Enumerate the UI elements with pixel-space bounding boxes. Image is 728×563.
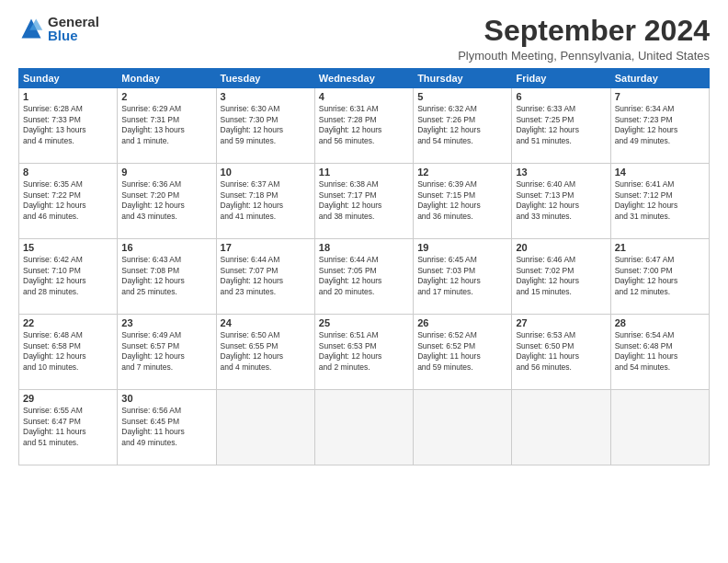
day-number: 12 xyxy=(417,167,507,178)
day-number: 19 xyxy=(417,242,507,253)
day-number: 17 xyxy=(221,242,311,253)
calendar-cell: 17Sunrise: 6:44 AM Sunset: 7:07 PM Dayli… xyxy=(216,239,314,315)
col-sunday: Sunday xyxy=(19,69,118,88)
day-info: Sunrise: 6:44 AM Sunset: 7:07 PM Dayligh… xyxy=(221,255,311,297)
day-number: 22 xyxy=(23,317,113,328)
page: General Blue September 2024 Plymouth Mee… xyxy=(0,0,728,563)
day-number: 20 xyxy=(516,242,606,253)
day-info: Sunrise: 6:55 AM Sunset: 6:47 PM Dayligh… xyxy=(23,406,113,448)
day-info: Sunrise: 6:46 AM Sunset: 7:02 PM Dayligh… xyxy=(516,255,606,297)
day-info: Sunrise: 6:41 AM Sunset: 7:12 PM Dayligh… xyxy=(615,179,705,222)
day-number: 5 xyxy=(417,91,507,102)
day-info: Sunrise: 6:54 AM Sunset: 6:48 PM Dayligh… xyxy=(615,330,705,373)
calendar-cell: 7Sunrise: 6:34 AM Sunset: 7:23 PM Daylig… xyxy=(610,88,709,164)
location: Plymouth Meeting, Pennsylvania, United S… xyxy=(458,49,710,63)
calendar-cell: 2Sunrise: 6:29 AM Sunset: 7:31 PM Daylig… xyxy=(118,88,216,164)
calendar-cell: 16Sunrise: 6:43 AM Sunset: 7:08 PM Dayli… xyxy=(118,239,216,315)
calendar-cell: 25Sunrise: 6:51 AM Sunset: 6:53 PM Dayli… xyxy=(314,315,413,390)
day-info: Sunrise: 6:32 AM Sunset: 7:26 PM Dayligh… xyxy=(417,104,507,146)
day-number: 24 xyxy=(221,317,311,328)
day-number: 4 xyxy=(319,91,409,102)
calendar-cell: 8Sunrise: 6:35 AM Sunset: 7:22 PM Daylig… xyxy=(19,164,118,239)
day-number: 29 xyxy=(23,393,113,404)
calendar-body: 1Sunrise: 6:28 AM Sunset: 7:33 PM Daylig… xyxy=(19,88,710,465)
calendar-cell xyxy=(512,390,610,465)
calendar-week-1: 1Sunrise: 6:28 AM Sunset: 7:33 PM Daylig… xyxy=(19,88,710,164)
calendar-cell: 19Sunrise: 6:45 AM Sunset: 7:03 PM Dayli… xyxy=(414,239,512,315)
day-info: Sunrise: 6:40 AM Sunset: 7:13 PM Dayligh… xyxy=(516,179,606,222)
calendar-cell: 15Sunrise: 6:42 AM Sunset: 7:10 PM Dayli… xyxy=(19,239,118,315)
day-info: Sunrise: 6:39 AM Sunset: 7:15 PM Dayligh… xyxy=(417,179,507,222)
calendar-week-2: 8Sunrise: 6:35 AM Sunset: 7:22 PM Daylig… xyxy=(19,164,710,239)
calendar-cell: 5Sunrise: 6:32 AM Sunset: 7:26 PM Daylig… xyxy=(414,88,512,164)
day-number: 8 xyxy=(23,167,113,178)
day-number: 16 xyxy=(121,242,211,253)
calendar-cell: 6Sunrise: 6:33 AM Sunset: 7:25 PM Daylig… xyxy=(512,88,610,164)
day-info: Sunrise: 6:44 AM Sunset: 7:05 PM Dayligh… xyxy=(319,255,409,297)
col-wednesday: Wednesday xyxy=(314,69,413,88)
day-number: 30 xyxy=(121,393,211,404)
day-number: 7 xyxy=(615,91,705,102)
day-number: 25 xyxy=(319,317,409,328)
day-number: 11 xyxy=(319,167,409,178)
day-number: 18 xyxy=(319,242,409,253)
day-info: Sunrise: 6:36 AM Sunset: 7:20 PM Dayligh… xyxy=(121,179,211,222)
calendar-cell: 14Sunrise: 6:41 AM Sunset: 7:12 PM Dayli… xyxy=(610,164,709,239)
day-number: 23 xyxy=(121,317,211,328)
col-saturday: Saturday xyxy=(610,69,709,88)
logo-icon xyxy=(18,16,44,41)
logo: General Blue xyxy=(18,15,99,42)
header-row: Sunday Monday Tuesday Wednesday Thursday… xyxy=(19,69,710,88)
calendar-cell: 1Sunrise: 6:28 AM Sunset: 7:33 PM Daylig… xyxy=(19,88,118,164)
calendar-cell xyxy=(414,390,512,465)
title-block: September 2024 Plymouth Meeting, Pennsyl… xyxy=(458,15,710,63)
day-info: Sunrise: 6:34 AM Sunset: 7:23 PM Dayligh… xyxy=(615,104,705,146)
calendar-cell: 29Sunrise: 6:55 AM Sunset: 6:47 PM Dayli… xyxy=(19,390,118,465)
day-number: 15 xyxy=(23,242,113,253)
col-tuesday: Tuesday xyxy=(216,69,314,88)
calendar-cell: 28Sunrise: 6:54 AM Sunset: 6:48 PM Dayli… xyxy=(610,315,709,390)
day-info: Sunrise: 6:28 AM Sunset: 7:33 PM Dayligh… xyxy=(23,104,113,146)
calendar-cell: 13Sunrise: 6:40 AM Sunset: 7:13 PM Dayli… xyxy=(512,164,610,239)
day-number: 3 xyxy=(221,91,311,102)
calendar-cell: 9Sunrise: 6:36 AM Sunset: 7:20 PM Daylig… xyxy=(118,164,216,239)
calendar-cell: 18Sunrise: 6:44 AM Sunset: 7:05 PM Dayli… xyxy=(314,239,413,315)
day-info: Sunrise: 6:37 AM Sunset: 7:18 PM Dayligh… xyxy=(221,179,311,222)
calendar-cell: 3Sunrise: 6:30 AM Sunset: 7:30 PM Daylig… xyxy=(216,88,314,164)
col-thursday: Thursday xyxy=(414,69,512,88)
day-number: 2 xyxy=(121,91,211,102)
day-number: 14 xyxy=(615,167,705,178)
calendar-cell: 10Sunrise: 6:37 AM Sunset: 7:18 PM Dayli… xyxy=(216,164,314,239)
calendar-cell xyxy=(610,390,709,465)
day-info: Sunrise: 6:38 AM Sunset: 7:17 PM Dayligh… xyxy=(319,179,409,222)
day-info: Sunrise: 6:47 AM Sunset: 7:00 PM Dayligh… xyxy=(615,255,705,297)
day-info: Sunrise: 6:53 AM Sunset: 6:50 PM Dayligh… xyxy=(516,330,606,373)
day-number: 10 xyxy=(221,167,311,178)
calendar-cell: 20Sunrise: 6:46 AM Sunset: 7:02 PM Dayli… xyxy=(512,239,610,315)
calendar-cell xyxy=(216,390,314,465)
header: General Blue September 2024 Plymouth Mee… xyxy=(18,15,710,63)
calendar-cell: 30Sunrise: 6:56 AM Sunset: 6:45 PM Dayli… xyxy=(118,390,216,465)
calendar-cell: 22Sunrise: 6:48 AM Sunset: 6:58 PM Dayli… xyxy=(19,315,118,390)
day-number: 9 xyxy=(121,167,211,178)
month-title: September 2024 xyxy=(458,15,710,47)
calendar-cell: 21Sunrise: 6:47 AM Sunset: 7:00 PM Dayli… xyxy=(610,239,709,315)
day-number: 28 xyxy=(615,317,705,328)
day-number: 27 xyxy=(516,317,606,328)
day-info: Sunrise: 6:29 AM Sunset: 7:31 PM Dayligh… xyxy=(121,104,211,146)
day-info: Sunrise: 6:31 AM Sunset: 7:28 PM Dayligh… xyxy=(319,104,409,146)
day-number: 26 xyxy=(417,317,507,328)
calendar-cell: 23Sunrise: 6:49 AM Sunset: 6:57 PM Dayli… xyxy=(118,315,216,390)
day-info: Sunrise: 6:30 AM Sunset: 7:30 PM Dayligh… xyxy=(221,104,311,146)
calendar-cell: 26Sunrise: 6:52 AM Sunset: 6:52 PM Dayli… xyxy=(414,315,512,390)
day-info: Sunrise: 6:56 AM Sunset: 6:45 PM Dayligh… xyxy=(121,406,211,448)
logo-general: General xyxy=(48,15,99,29)
logo-text: General Blue xyxy=(48,15,99,42)
day-info: Sunrise: 6:50 AM Sunset: 6:55 PM Dayligh… xyxy=(221,330,311,373)
col-monday: Monday xyxy=(118,69,216,88)
day-info: Sunrise: 6:48 AM Sunset: 6:58 PM Dayligh… xyxy=(23,330,113,373)
day-info: Sunrise: 6:52 AM Sunset: 6:52 PM Dayligh… xyxy=(417,330,507,373)
day-info: Sunrise: 6:45 AM Sunset: 7:03 PM Dayligh… xyxy=(417,255,507,297)
calendar-week-5: 29Sunrise: 6:55 AM Sunset: 6:47 PM Dayli… xyxy=(19,390,710,465)
calendar-cell: 27Sunrise: 6:53 AM Sunset: 6:50 PM Dayli… xyxy=(512,315,610,390)
